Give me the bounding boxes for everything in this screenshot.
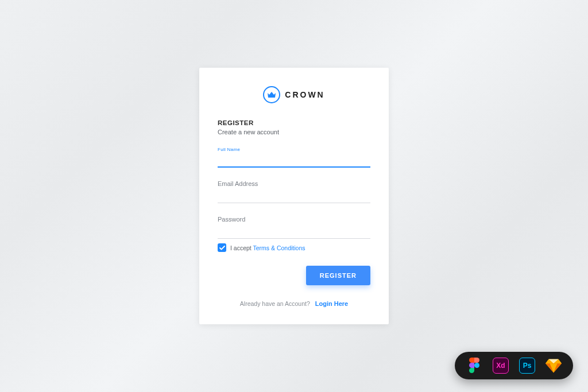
register-card: CROWN REGISTER Create a new account Full… [199,68,389,324]
submit-row: REGISTER [218,266,370,285]
adobe-xd-icon: Xd [493,358,509,374]
footer-row: Already have an Account? Login Here [218,300,370,307]
terms-prefix: I accept [230,244,253,251]
register-button[interactable]: REGISTER [306,266,370,285]
form-subheading: Create a new account [218,129,370,135]
brand-name: CROWN [285,90,324,99]
brand-logo: CROWN [218,86,370,103]
terms-text: I accept Terms & Conditions [230,244,305,251]
form-heading: REGISTER [218,119,370,126]
login-link[interactable]: Login Here [315,300,348,307]
check-icon [219,246,225,250]
footer-prompt: Already have an Account? [240,300,310,307]
fullname-input[interactable] [218,153,370,168]
photoshop-icon: Ps [519,358,535,374]
terms-link[interactable]: Terms & Conditions [253,244,305,251]
email-input[interactable] [218,188,370,203]
email-label: Email Address [218,180,370,187]
password-label: Password [218,216,370,223]
fullname-field: Full Name [218,147,370,168]
figma-icon [466,358,482,374]
terms-checkbox[interactable] [218,243,226,252]
password-input[interactable] [218,224,370,239]
password-field: Password [218,216,370,239]
terms-row: I accept Terms & Conditions [218,243,370,252]
fullname-label: Full Name [218,147,370,152]
crown-icon [263,86,280,103]
design-tools-pill: Xd Ps [455,352,573,379]
email-field: Email Address [218,180,370,203]
sketch-icon [546,358,562,374]
